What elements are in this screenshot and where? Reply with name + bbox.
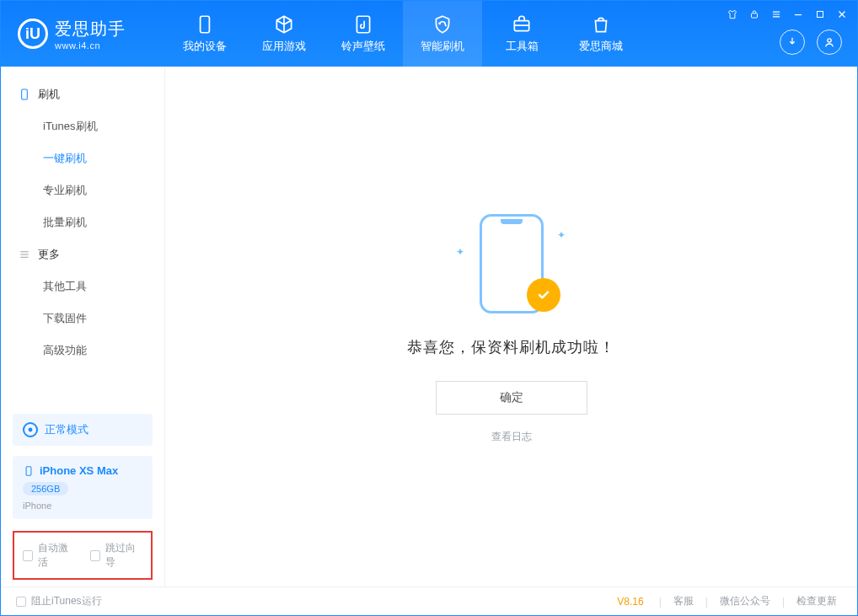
app-window: iU 爱思助手 www.i4.cn 我的设备 应用游戏 铃声壁纸 智能刷机 xyxy=(0,0,858,616)
svg-rect-6 xyxy=(22,89,28,99)
lock-icon[interactable] xyxy=(746,6,763,23)
side-group-title: 刷机 xyxy=(38,87,60,102)
svg-point-7 xyxy=(29,428,33,432)
sidebar-item-other-tools[interactable]: 其他工具 xyxy=(1,271,164,303)
side-group-flash: 刷机 xyxy=(1,78,164,110)
checkbox-label: 跳过向导 xyxy=(105,541,142,570)
download-icon[interactable] xyxy=(780,29,805,55)
sidebar-item-batch-flash[interactable]: 批量刷机 xyxy=(1,206,164,238)
sidebar-item-download-firmware[interactable]: 下载固件 xyxy=(1,303,164,335)
status-right: V8.16 | 客服 | 微信公众号 | 检查更新 xyxy=(617,594,842,608)
shield-sync-icon xyxy=(432,13,453,35)
device-name-row: iPhone XS Max xyxy=(23,464,142,477)
side-group-title: 更多 xyxy=(38,247,60,262)
sidebar: 刷机 iTunes刷机 一键刷机 专业刷机 批量刷机 更多 其他工具 下载固件 … xyxy=(1,67,165,587)
logo: iU 爱思助手 www.i4.cn xyxy=(1,1,165,67)
status-link-support[interactable]: 客服 xyxy=(668,594,699,608)
sidebar-item-pro-flash[interactable]: 专业刷机 xyxy=(1,174,164,206)
checkbox-skip-guide[interactable]: 跳过向导 xyxy=(90,541,142,570)
bag-icon xyxy=(590,13,612,35)
tab-label: 铃声壁纸 xyxy=(341,39,385,54)
svg-point-3 xyxy=(828,39,831,42)
status-link-wechat[interactable]: 微信公众号 xyxy=(715,594,775,608)
checkbox-auto-activate[interactable]: 自动激活 xyxy=(23,541,75,570)
shirt-icon[interactable] xyxy=(724,6,741,23)
mode-label: 正常模式 xyxy=(45,422,88,437)
status-bar: 阻止iTunes运行 V8.16 | 客服 | 微信公众号 | 检查更新 xyxy=(1,587,857,615)
checkbox-icon xyxy=(90,550,100,561)
device-type: iPhone xyxy=(23,501,142,511)
phone-icon xyxy=(194,13,216,35)
mode-card[interactable]: 正常模式 xyxy=(13,414,153,446)
minimize-icon[interactable] xyxy=(790,6,807,23)
main-content: ✦ ✦ 恭喜您，保资料刷机成功啦！ 确定 查看日志 xyxy=(165,67,857,587)
device-name: iPhone XS Max xyxy=(40,464,118,477)
status-link-update[interactable]: 检查更新 xyxy=(791,594,842,608)
device-icon xyxy=(18,88,31,101)
checkbox-icon xyxy=(23,550,33,561)
cube-icon xyxy=(273,13,295,35)
tab-store[interactable]: 爱思商城 xyxy=(561,1,641,67)
sidebar-item-advanced[interactable]: 高级功能 xyxy=(1,335,164,367)
ok-button[interactable]: 确定 xyxy=(436,381,587,415)
user-icon[interactable] xyxy=(817,29,842,55)
app-site: www.i4.cn xyxy=(55,40,126,51)
sparkle-icon: ✦ xyxy=(557,229,566,241)
logo-icon: iU xyxy=(18,19,48,49)
svg-rect-0 xyxy=(201,16,210,33)
version-label: V8.16 xyxy=(617,596,643,608)
body: 刷机 iTunes刷机 一键刷机 专业刷机 批量刷机 更多 其他工具 下载固件 … xyxy=(1,67,857,587)
window-controls xyxy=(724,6,850,23)
checkbox-icon xyxy=(16,597,26,607)
device-card[interactable]: iPhone XS Max 256GB iPhone xyxy=(13,456,153,519)
device-small-icon xyxy=(23,465,35,477)
checkbox-block-itunes[interactable]: 阻止iTunes运行 xyxy=(16,594,102,608)
topbar: iU 爱思助手 www.i4.cn 我的设备 应用游戏 铃声壁纸 智能刷机 xyxy=(1,1,857,67)
svg-rect-5 xyxy=(818,12,823,18)
sidebar-item-itunes-flash[interactable]: iTunes刷机 xyxy=(1,110,164,142)
close-icon[interactable] xyxy=(834,6,850,23)
tab-label: 应用游戏 xyxy=(262,39,306,54)
success-check-icon xyxy=(527,278,560,312)
header-right-icons xyxy=(780,29,842,55)
list-icon xyxy=(18,248,31,261)
tab-label: 工具箱 xyxy=(506,39,539,54)
checkbox-label: 阻止iTunes运行 xyxy=(31,594,102,608)
music-file-icon xyxy=(352,13,374,35)
maximize-icon[interactable] xyxy=(812,6,829,23)
success-title: 恭喜您，保资料刷机成功啦！ xyxy=(407,337,615,357)
tab-smart-flash[interactable]: 智能刷机 xyxy=(403,1,482,67)
device-capacity: 256GB xyxy=(23,482,68,495)
view-log-link[interactable]: 查看日志 xyxy=(491,430,532,444)
sparkle-icon: ✦ xyxy=(456,246,464,258)
mode-icon xyxy=(23,422,38,437)
tab-my-device[interactable]: 我的设备 xyxy=(165,1,244,67)
tab-label: 智能刷机 xyxy=(421,39,464,54)
menu-icon[interactable] xyxy=(768,6,785,23)
toolbox-icon xyxy=(511,13,533,35)
flash-options-highlight: 自动激活 跳过向导 xyxy=(13,531,153,580)
tab-ringtone-wallpaper[interactable]: 铃声壁纸 xyxy=(324,1,403,67)
tab-apps-games[interactable]: 应用游戏 xyxy=(244,1,324,67)
sidebar-item-onekey-flash[interactable]: 一键刷机 xyxy=(1,142,164,174)
nav-tabs: 我的设备 应用游戏 铃声壁纸 智能刷机 工具箱 爱思商城 xyxy=(165,1,641,67)
app-title: 爱思助手 xyxy=(55,18,126,40)
svg-rect-4 xyxy=(752,13,758,18)
svg-rect-8 xyxy=(26,466,31,475)
tab-toolbox[interactable]: 工具箱 xyxy=(482,1,561,67)
checkbox-label: 自动激活 xyxy=(38,541,75,570)
success-illustration: ✦ ✦ xyxy=(461,209,562,319)
svg-rect-1 xyxy=(357,16,369,33)
side-group-more: 更多 xyxy=(1,238,164,271)
tab-label: 爱思商城 xyxy=(579,39,623,54)
tab-label: 我的设备 xyxy=(183,39,227,54)
